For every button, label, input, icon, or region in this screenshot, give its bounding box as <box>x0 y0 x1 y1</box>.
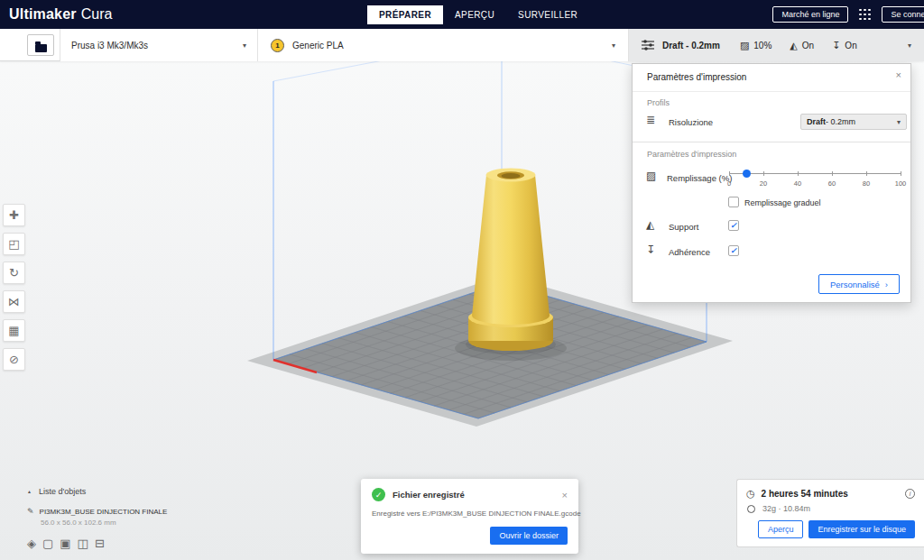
file-saved-toast: ✓ Fichier enregistré × Enregistré vers E… <box>361 479 578 554</box>
gradual-infill-checkbox[interactable]: ✓ <box>728 197 739 207</box>
adhesion-label: Adhérence <box>669 247 710 257</box>
summary-infill-value: 10% <box>753 41 772 50</box>
tab-monitor[interactable]: SURVEILLER <box>506 5 589 24</box>
object-list-item[interactable]: ✎ PI3MK3M_BUSE DINJECTION FINALE <box>27 507 167 516</box>
chevron-down-icon: ▾ <box>908 41 911 50</box>
printer-name: Prusa i3 Mk3/Mk3s <box>71 41 148 50</box>
toast-title: Fichier enregistré <box>393 490 465 500</box>
view-top-icon[interactable]: ▣ <box>60 537 70 550</box>
brand-light: Cura <box>81 6 113 22</box>
toast-message: Enregistré vers E:/PI3MK3M_BUSE DINJECTI… <box>372 510 568 518</box>
resolution-value-rest: - 0.2mm <box>826 117 855 126</box>
slider-tick <box>729 171 730 176</box>
material-selector[interactable]: 1 Generic PLA ▾ <box>258 29 629 61</box>
chevron-down-icon: ▾ <box>897 118 901 126</box>
move-tool[interactable]: ✚ <box>3 204 25 226</box>
brand-bold: Ultimaker <box>9 6 77 22</box>
summary-infill: ▨ 10% <box>740 40 772 51</box>
chevron-right-icon: › <box>885 280 888 289</box>
resolution-dropdown[interactable]: Draft - 0.2mm ▾ <box>800 114 907 130</box>
slider-tick <box>832 171 833 176</box>
adhesion-icon: ↧ <box>832 40 840 51</box>
sliders-icon <box>642 40 654 50</box>
summary-profile: Draft - 0.2mm <box>662 41 720 50</box>
layers-icon: ≣ <box>646 114 655 126</box>
resolution-label: Risoluzione <box>669 117 713 127</box>
object-dimensions: 56.0 x 56.0 x 102.6 mm <box>41 519 167 527</box>
slider-tick <box>866 171 867 176</box>
per-model-settings-tool[interactable]: ▦ <box>3 319 25 342</box>
tick-label: 80 <box>863 179 870 188</box>
open-file-button[interactable] <box>27 34 54 56</box>
success-check-icon: ✓ <box>372 488 385 501</box>
resolution-value-bold: Draft <box>807 117 826 126</box>
gradual-infill-label: Remplissage graduel <box>744 198 821 207</box>
marketplace-button[interactable]: Marché en ligne <box>772 6 848 23</box>
support-checkbox[interactable]: ✓ <box>728 220 739 231</box>
panel-title: Paramètres d'impression <box>647 72 746 82</box>
stage-tabs: PRÉPARER APERÇU SURVEILLER <box>367 0 589 29</box>
close-icon[interactable]: × <box>562 490 568 500</box>
close-icon[interactable]: × <box>896 69 901 80</box>
support-blocker-tool[interactable]: ⊘ <box>3 348 25 371</box>
object-list-toggle[interactable]: ▲ Liste d'objets <box>27 487 167 496</box>
infill-slider-handle[interactable] <box>743 170 751 178</box>
divider <box>633 91 910 92</box>
print-settings-panel: Paramètres d'impression × Profils ≣ Riso… <box>632 63 911 303</box>
view-front-icon[interactable]: ▢ <box>42 537 53 550</box>
tick-label: 100 <box>895 179 907 188</box>
printer-selector[interactable]: Prusa i3 Mk3/Mk3s ▾ <box>60 29 258 61</box>
material-name: Generic PLA <box>292 41 344 50</box>
view-right-icon[interactable]: ⊟ <box>95 537 105 550</box>
infill-icon: ▨ <box>646 170 656 182</box>
slider-tick <box>763 171 764 176</box>
mirror-tool[interactable]: ⋈ <box>3 290 25 313</box>
section-label: Paramètres d'impression <box>647 150 736 159</box>
profiles-label: Profils <box>647 98 670 107</box>
clock-icon: ◷ <box>746 488 755 500</box>
info-icon[interactable]: i <box>905 489 915 499</box>
sign-in-button[interactable]: Se connec <box>882 6 924 23</box>
object-list-header: Liste d'objets <box>39 487 86 496</box>
apps-grid-icon[interactable] <box>859 9 871 21</box>
caret-up-icon: ▲ <box>27 489 32 494</box>
object-name: PI3MK3M_BUSE DINJECTION FINALE <box>40 508 168 516</box>
preview-button[interactable]: Aperçu <box>758 520 804 538</box>
tick-label: 20 <box>760 179 767 188</box>
summary-support: ◭ On <box>790 40 814 51</box>
summary-adhesion-value: On <box>845 41 856 50</box>
view-3d-icon[interactable]: ◈ <box>27 537 36 550</box>
tick-label: 0 <box>727 179 731 188</box>
scale-tool[interactable]: ◰ <box>3 233 25 255</box>
material-spool-icon <box>747 505 755 513</box>
rotate-tool[interactable]: ↻ <box>3 262 25 284</box>
model-nozzle-cone[interactable] <box>468 169 553 352</box>
infill-label: Remplissage (%) <box>667 173 732 183</box>
output-panel: ◷ 2 heures 54 minutes i 32g · 10.84m Ape… <box>736 479 924 547</box>
infill-slider[interactable]: 0 20 40 60 80 100 <box>726 165 903 192</box>
configuration-bar: Prusa i3 Mk3/Mk3s ▾ 1 Generic PLA ▾ Draf… <box>0 29 924 61</box>
save-to-disk-button[interactable]: Enregistrer sur le disque <box>808 520 915 538</box>
extruder-1-icon: 1 <box>271 39 284 52</box>
tick-label: 40 <box>794 179 801 188</box>
summary-adhesion: ↧ On <box>832 40 857 51</box>
infill-icon: ▨ <box>740 40 749 51</box>
print-time: 2 heures 54 minutes <box>762 489 848 499</box>
adhesion-icon: ↧ <box>646 243 655 256</box>
custom-settings-button[interactable]: Personnalisé › <box>818 274 900 294</box>
view-left-icon[interactable]: ◫ <box>78 537 88 550</box>
chevron-down-icon: ▾ <box>612 41 615 50</box>
tab-preview[interactable]: APERÇU <box>443 5 506 24</box>
tab-prepare[interactable]: PRÉPARER <box>367 5 443 24</box>
support-icon: ◭ <box>790 40 797 51</box>
object-list: ▲ Liste d'objets ✎ PI3MK3M_BUSE DINJECTI… <box>27 487 167 550</box>
tick-label: 60 <box>828 179 836 188</box>
open-folder-button[interactable]: Ouvrir le dossier <box>490 527 568 545</box>
slider-tick <box>798 171 799 176</box>
folder-icon <box>35 44 47 52</box>
slider-tick <box>901 171 901 176</box>
top-bar: UltimakerCura PRÉPARER APERÇU SURVEILLER… <box>0 0 924 29</box>
slider-track[interactable] <box>729 173 901 174</box>
adhesion-checkbox[interactable]: ✓ <box>728 245 739 256</box>
print-settings-summary[interactable]: Draft - 0.2mm ▨ 10% ◭ On ↧ On ▾ <box>629 29 924 61</box>
